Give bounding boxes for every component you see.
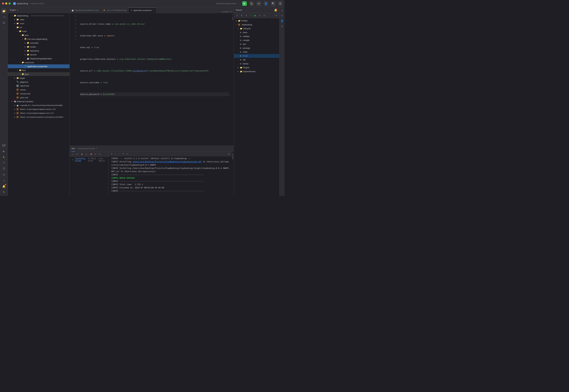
tree-item-mvnw[interactable]: ▶ M mvnw (8, 88, 70, 92)
activity-terminal-icon[interactable]: ⌨ (1, 143, 6, 148)
rerun-failed-button[interactable]: ↺! (75, 153, 79, 156)
right-icon-4[interactable]: ◈ (280, 24, 284, 28)
maven-compile-item[interactable]: ⚙ compile (234, 38, 279, 42)
maven-clean-item[interactable]: ⚙ clean (234, 30, 279, 34)
activity-git-changes-icon[interactable]: ◈ (1, 178, 6, 183)
maven-test-item[interactable]: ⚙ test (234, 42, 279, 46)
maven-download-sources-btn[interactable]: ⬇ (244, 14, 248, 17)
activity-notifications-icon[interactable]: 🔔 (1, 184, 6, 189)
tab-staybooking-app[interactable]: ☕ StaybookingApplication.java (70, 8, 101, 13)
tree-item-target[interactable]: ▶ 📁 target (8, 76, 70, 80)
tree-item-java-main[interactable]: ▾ 📁 java (8, 33, 70, 37)
maven-lifecycle-item[interactable]: ▾ 📁 Lifecycle (234, 27, 279, 30)
tree-item-staybooking[interactable]: ▾ 📁 staybooking ~/Desktop/Projects/StayB… (8, 14, 70, 17)
tree-item-model[interactable]: ▶ 📁 model (8, 45, 70, 49)
tab-close-button[interactable]: ✕ (153, 9, 154, 11)
console-filter-btn[interactable]: ⌽ (114, 152, 117, 155)
tab-app-properties[interactable]: ⚙ application.properties ✕ (129, 8, 156, 13)
search-button[interactable]: 🔍 (271, 1, 275, 6)
maven-tree[interactable]: ▶ 📁 Profiles ▾ M staybooking ▾ 📁 Lifecyc… (234, 18, 279, 196)
maven-refresh-btn[interactable]: ↺ (235, 14, 239, 17)
bottom-tab-install[interactable]: staybooking [install] ✕ (78, 146, 97, 152)
maven-site-item[interactable]: ⚙ site (234, 58, 279, 62)
tree-item-repository[interactable]: ▶ 📁 repository (8, 49, 70, 53)
maven-plugins-item[interactable]: ▶ 📁 Plugins (234, 66, 279, 70)
tree-item-logback-core[interactable]: ▶ M Maven: ch.qos.logback:logback-core:1… (8, 111, 70, 115)
console-output[interactable]: [INFO] --- install:3.1.2:install (defaul… (109, 156, 232, 196)
more-run-button[interactable]: ••• (98, 153, 102, 156)
right-icon-3[interactable]: 👤 (280, 19, 284, 23)
maven-install-item[interactable]: ⚙ install (234, 54, 279, 58)
sidebar-tree[interactable]: ▾ 📁 staybooking ~/Desktop/Projects/StayB… (8, 13, 70, 196)
tree-item-service[interactable]: ▶ 📁 service (8, 53, 70, 56)
maven-package-item[interactable]: ⚙ package (234, 46, 279, 50)
bottom-tab-run[interactable]: Run (72, 146, 75, 152)
run-button[interactable]: ▶ (242, 1, 247, 6)
stop-button[interactable]: ■ (80, 153, 84, 156)
maven-more-btn[interactable]: ••• (274, 14, 278, 17)
scrollbar-thumb[interactable] (232, 153, 233, 159)
tree-item-mvnwcmd[interactable]: ▶ M mvnw.cmd (8, 92, 70, 96)
project-name[interactable]: staybooking (17, 2, 28, 5)
activity-services-icon[interactable]: ⚙ (1, 172, 6, 177)
scroll-chevron-up[interactable]: ▲ (232, 17, 233, 18)
activity-project-icon[interactable]: 📁 (1, 8, 6, 14)
tabs-overflow[interactable]: console › ••• (220, 10, 234, 13)
tree-item-main[interactable]: ▾ 📁 main (8, 29, 70, 33)
maven-add-btn[interactable]: + (249, 14, 252, 17)
console-scrollbar[interactable] (232, 152, 234, 196)
console-clear-btn[interactable]: 🗑 (227, 152, 231, 155)
tree-item-gitignore[interactable]: ▶ 🔧 .gitignore (8, 80, 70, 84)
maven-skip-tests-btn[interactable]: ⊘ (258, 14, 262, 17)
close-button[interactable] (2, 2, 4, 5)
tree-item-jackson[interactable]: ▶ M Maven: com.fasterxml.jackson.core:ja… (8, 115, 70, 119)
rerun-button[interactable]: ↺ (71, 153, 74, 156)
tree-item-src[interactable]: ▾ 📁 src (8, 25, 70, 29)
tree-item-openjdk[interactable]: ▶ ☕ < openjdk-21 > /Users/eve/Library/Ja… (8, 103, 70, 107)
tree-item-pomxml[interactable]: ▶ M pom.xml (8, 96, 70, 99)
tree-item-external-libs[interactable]: ▶ 📚 External Libraries (8, 99, 70, 103)
activity-run-icon[interactable]: ▶ (1, 149, 6, 154)
maven-download-btn[interactable]: ⬇ (240, 14, 243, 17)
tree-item-helpmd[interactable]: ▶ M HELP.md (8, 84, 70, 88)
tree-item-package[interactable]: ▾ 📦 com.eve.staybooking (8, 37, 70, 41)
maven-profiles-item[interactable]: ▶ 📁 Profiles (234, 19, 279, 23)
activity-structure-icon[interactable]: ⊞ (1, 20, 6, 25)
activity-profiler-icon[interactable]: ⏱ (1, 160, 6, 166)
console-regex-btn[interactable]: .* (118, 152, 121, 155)
maven-validate-item[interactable]: ⚙ validate (234, 34, 279, 38)
tree-item-resources[interactable]: ▾ 📁 resources (8, 60, 70, 64)
maven-dependencies-item[interactable]: ▶ 📁 Dependencies (234, 70, 279, 73)
settings-button[interactable]: ⚙ (278, 1, 283, 6)
activity-debug-icon[interactable]: 🐛 (1, 154, 6, 160)
more-button[interactable]: ••• (257, 1, 261, 6)
minimize-button[interactable] (5, 2, 7, 5)
console-link[interactable]: /Users/eve/Desktop/Projects/StayBooking/… (132, 161, 202, 163)
tree-item-controller[interactable]: ▶ 📁 controller (8, 41, 70, 45)
code-editor[interactable]: source.driver-class-name = com.mysql.cj.… (77, 13, 232, 146)
tabs-more[interactable]: ••• (230, 10, 233, 13)
maven-run-btn[interactable]: ▶ (253, 14, 257, 17)
restore-layout-button[interactable]: ⊡ (85, 153, 88, 156)
editor-content[interactable]: 1 2 3 4 5 6 7 source.driver-class-name =… (70, 13, 234, 146)
tree-item-mvn[interactable]: ▶ 📁 .mvn (8, 21, 70, 25)
activity-database-icon[interactable]: 🗄 (1, 166, 6, 171)
console-scroll-end-btn[interactable]: ⬇ (110, 152, 113, 155)
console-eye-btn[interactable]: 👁 (122, 152, 125, 155)
maven-collapse-btn[interactable]: ⊟ (263, 14, 266, 17)
tree-item-app-properties[interactable]: ▶ ⚙ application.properties (8, 64, 70, 68)
maximize-button[interactable] (8, 2, 11, 5)
debug-button[interactable]: 🐛 (249, 1, 254, 6)
run-entry[interactable]: ✓ staybooking [install]: At 7/8/24, 18:0… (70, 157, 108, 163)
tree-item-idea[interactable]: ▶ 📁 .idea (8, 17, 70, 21)
editor-scrollbar[interactable]: ✓ 1 ▲ ▼ (232, 13, 234, 146)
tab-pom-xml[interactable]: M pom.xml (staybooking) (101, 8, 129, 13)
right-icon-2[interactable]: M (280, 14, 284, 17)
console-tab[interactable]: console (221, 11, 228, 13)
version-control-label[interactable]: Version control (31, 2, 44, 5)
settings-run-button[interactable]: ⚙ (94, 153, 97, 156)
account-button[interactable]: 👤 (264, 1, 268, 6)
tree-item-logback-classic[interactable]: ▶ M Maven: ch.qos.logback:logback-classi… (8, 107, 70, 111)
tab-close-btn[interactable]: ✕ (96, 147, 97, 150)
right-icon-1[interactable]: ◫ (280, 8, 284, 12)
